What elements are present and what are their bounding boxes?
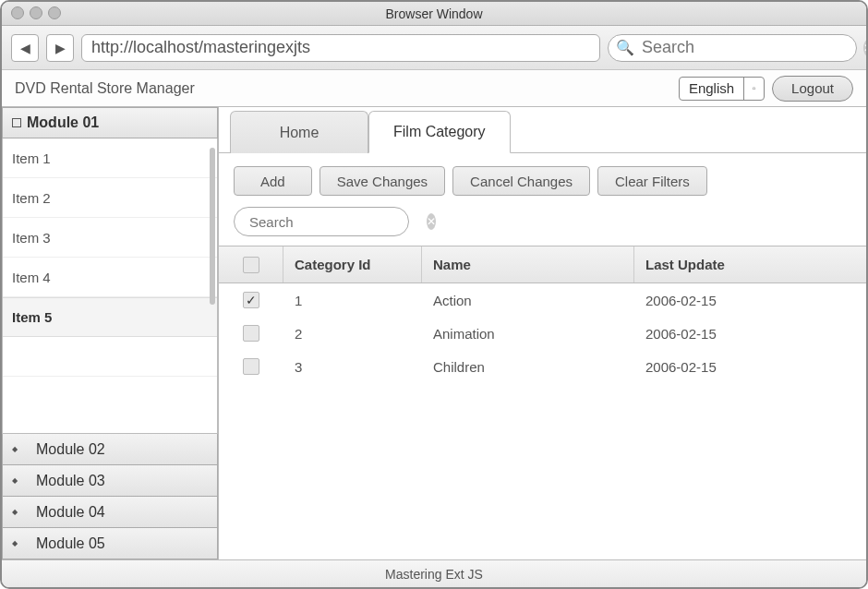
sidebar-item[interactable]: Item 2 [3,178,217,218]
sidebar-item[interactable]: Item 1 [3,138,217,178]
clear-filters-button[interactable]: Clear Filters [597,166,707,196]
cell-id: 3 [283,359,422,375]
scrollbar[interactable] [210,148,215,305]
traffic-close[interactable] [11,6,24,19]
toolbar: Add Save Changes Cancel Changes Clear Fi… [219,153,866,203]
cell-last-update: 2006-02-15 [634,359,866,375]
traffic-lights [11,6,61,19]
grid-header-row: Category Id Name Last Update [219,246,866,283]
col-checkbox [219,246,283,282]
cell-id: 1 [283,293,422,308]
sidebar-module-collapsed[interactable]: ◆Module 04 [2,497,218,528]
chevron-down-icon: ▫ [743,78,764,100]
sidebar-module-collapsed[interactable]: ◆Module 02 [2,434,218,465]
save-button[interactable]: Save Changes [319,166,445,196]
cancel-button[interactable]: Cancel Changes [452,166,590,196]
row-checkbox[interactable] [243,358,259,375]
tab[interactable]: Film Category [368,111,511,153]
language-label: English [680,80,743,96]
browser-window: Browser Window ◀ ▶ 🔍 ✕ DVD Rental Store … [0,0,868,589]
footer: Mastering Ext JS [2,559,866,587]
table-row[interactable]: ✓1Action2006-02-15 [219,283,866,317]
row-checkbox[interactable] [243,325,259,342]
diamond-icon: ◆ [12,508,18,516]
data-grid: Category Id Name Last Update ✓1Action200… [219,246,866,559]
col-last-update[interactable]: Last Update [634,246,866,282]
cell-last-update: 2006-02-15 [634,326,866,342]
clear-table-search-icon[interactable]: ✕ [427,213,436,230]
url-input[interactable] [81,34,600,62]
cell-name: Action [422,293,634,308]
table-row[interactable]: 2Animation2006-02-15 [219,317,866,350]
sidebar: Module 01 Item 1Item 2Item 3Item 4Item 5… [2,107,219,559]
add-button[interactable]: Add [234,166,312,196]
app-title: DVD Rental Store Manager [15,80,195,97]
module-title: Module 01 [27,114,99,131]
app-header: DVD Rental Store Manager English ▫ Logou… [2,70,866,107]
table-search[interactable]: ✕ [234,207,409,236]
col-name[interactable]: Name [422,246,634,282]
diamond-icon: ◆ [12,445,18,453]
sidebar-item[interactable]: Item 4 [3,258,217,297]
logout-button[interactable]: Logout [772,76,853,102]
row-checkbox[interactable]: ✓ [243,292,259,308]
sidebar-item[interactable]: Item 3 [3,218,217,258]
browser-search[interactable]: 🔍 ✕ [608,34,857,62]
language-select[interactable]: English ▫ [679,77,765,101]
table-row[interactable]: 3Children2006-02-15 [219,350,866,383]
browser-search-input[interactable] [640,37,858,58]
collapse-icon [12,118,21,127]
sidebar-item[interactable]: Item 5 [3,297,217,337]
footer-text: Mastering Ext JS [385,567,483,582]
col-id[interactable]: Category Id [283,246,422,282]
table-search-input[interactable] [247,213,427,231]
diamond-icon: ◆ [12,539,18,547]
cell-id: 2 [283,326,422,342]
cell-last-update: 2006-02-15 [634,293,866,308]
sidebar-item-empty [3,337,217,377]
select-all-checkbox[interactable] [243,257,259,273]
diamond-icon: ◆ [12,476,18,485]
grid-body: ✓1Action2006-02-152Animation2006-02-153C… [219,283,866,559]
tab[interactable]: Home [230,111,368,153]
window-title: Browser Window [385,6,482,21]
search-icon: 🔍 [616,39,634,56]
sidebar-module-collapsed[interactable]: ◆Module 05 [2,528,218,559]
traffic-min[interactable] [30,6,42,19]
sidebar-module-collapsed[interactable]: ◆Module 03 [2,465,218,497]
main-panel: HomeFilm Category Add Save Changes Cance… [219,107,866,559]
traffic-max[interactable] [48,6,61,19]
sidebar-module-active[interactable]: Module 01 [2,107,218,138]
cell-name: Children [422,359,634,375]
tabs: HomeFilm Category [219,107,866,153]
sidebar-collapsed-modules: ◆Module 02◆Module 03◆Module 04◆Module 05 [2,434,218,559]
clear-search-icon[interactable]: ✕ [863,40,868,56]
cell-name: Animation [422,326,634,342]
nav-back-button[interactable]: ◀ [11,34,39,62]
app-body: Module 01 Item 1Item 2Item 3Item 4Item 5… [2,107,866,559]
sidebar-item-list: Item 1Item 2Item 3Item 4Item 5 [2,138,218,434]
titlebar: Browser Window [2,2,866,26]
browser-toolbar: ◀ ▶ 🔍 ✕ [2,26,866,70]
nav-forward-button[interactable]: ▶ [46,34,74,62]
